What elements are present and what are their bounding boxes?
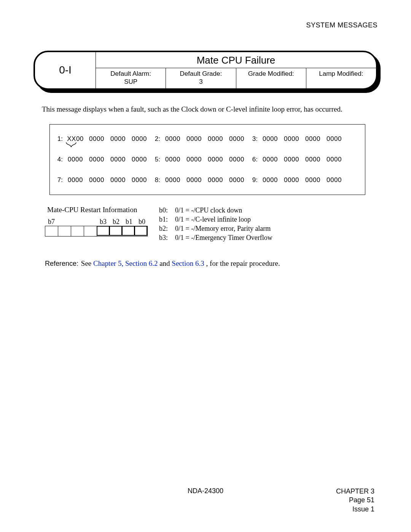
default-alarm-value: SUP [124, 78, 137, 85]
bit-box [58, 226, 71, 236]
bit-box [97, 226, 110, 236]
dump-word: 0000 [304, 135, 322, 143]
message-card: 0-I Mate CPU Failure Default Alarm: SUP … [33, 51, 378, 90]
message-title: Mate CPU Failure [96, 52, 376, 68]
legend-row: b3:0/1 = -/Emergency Timer Overflow [159, 233, 272, 242]
dump-word: 0000 [283, 176, 300, 184]
default-grade-value: 3 [199, 78, 202, 85]
default-alarm-cell: Default Alarm: SUP [96, 68, 166, 88]
legend-row: b1:0/1 = -/C-level infinite loop [159, 215, 272, 224]
message-code: 0-I [35, 52, 96, 88]
legend-key: b0: [159, 206, 170, 215]
grade-modified-cell: Grade Modified: [236, 68, 306, 88]
footer-page: Page 51 [336, 496, 374, 505]
dump-word: 0000 [304, 176, 322, 184]
dump-word: 0000 [283, 135, 300, 143]
dump-word: 0000 [283, 156, 300, 163]
reference-label: Reference: [45, 260, 78, 267]
dump-word: 0000 [88, 156, 105, 163]
dump-group-label: 3: [249, 135, 258, 143]
dump-word: 0000 [67, 176, 84, 184]
bit-box [71, 226, 84, 236]
dump-word: 0000 [325, 176, 343, 184]
bit-label: b7 [45, 218, 58, 226]
dump-word: 0000 [228, 176, 245, 184]
dump-group-label: 7: [54, 176, 63, 184]
dump-word: 0000 [131, 156, 148, 163]
dump-word: 0000 [228, 135, 245, 143]
dump-word: 0000 [207, 135, 224, 143]
bit-label: b0 [135, 218, 148, 226]
bit-label: b3 [97, 218, 110, 226]
dump-row: 1:XX000000000000002:00000000000000003:00… [54, 135, 360, 143]
grade-modified-label: Grade Modified: [248, 70, 294, 77]
legend-row: b0:0/1 = -/CPU clock down [159, 206, 272, 215]
lamp-modified-label: Lamp Modified: [319, 70, 363, 77]
bit-table: Mate-CPU Restart Information b7b3b2b1b0 [45, 206, 148, 243]
dump-word: 0000 [228, 156, 245, 163]
dump-word: 0000 [304, 156, 322, 163]
dump-word: 0000 [164, 176, 182, 184]
dump-word: 0000 [88, 135, 105, 143]
lamp-modified-cell: Lamp Modified: [306, 68, 376, 88]
footer-issue: Issue 1 [336, 505, 374, 514]
dump-word: 0000 [109, 156, 127, 163]
bit-label: b2 [110, 218, 123, 226]
reference-line: Reference: See Chapter 5, Section 6.2 an… [45, 259, 378, 268]
footer-chapter: CHAPTER 3 [336, 487, 374, 496]
dump-word: 0000 [109, 176, 127, 184]
hex-dump-box: 1:XX000000000000002:00000000000000003:00… [49, 124, 365, 195]
dump-word: 0000 [185, 135, 203, 143]
dump-group-label: 6: [249, 156, 258, 163]
dump-group-label: 9: [249, 176, 258, 184]
bit-label: b1 [123, 218, 135, 226]
dump-group-label: 1: [54, 135, 63, 143]
dump-word: 0000 [207, 156, 224, 163]
dump-word: 0000 [109, 135, 127, 143]
brace-icon [66, 142, 76, 147]
reference-link-2[interactable]: Section 6.3 [172, 259, 204, 267]
bit-box [84, 226, 97, 236]
dump-group-label: 2: [152, 135, 160, 143]
dump-word: 0000 [207, 176, 224, 184]
page-footer: NDA-24300 CHAPTER 3 Page 51 Issue 1 [0, 487, 411, 514]
bit-label [58, 218, 71, 226]
reference-link-1[interactable]: Chapter 5, Section 6.2 [93, 259, 158, 267]
legend-text: 0/1 = -/Emergency Timer Overflow [175, 233, 272, 242]
dump-word: 0000 [261, 135, 279, 143]
legend-row: b2:0/1 = -/Memory error, Parity alarm [159, 224, 272, 233]
legend-text: 0/1 = -/Memory error, Parity alarm [175, 224, 271, 233]
dump-word: 0000 [88, 176, 105, 184]
footer-doc-number: NDA-24300 [188, 487, 223, 495]
dump-group-label: 5: [152, 156, 160, 163]
bit-table-title: Mate-CPU Restart Information [47, 206, 148, 214]
dump-row: 7:00000000000000008:00000000000000009:00… [54, 176, 360, 184]
bit-box [122, 226, 135, 236]
dump-word: 0000 [164, 156, 182, 163]
dump-word: 0000 [185, 156, 203, 163]
dump-row: 4:00000000000000005:00000000000000006:00… [54, 156, 360, 163]
message-description: This message displays when a fault, such… [42, 105, 378, 113]
dump-word: 0000 [131, 135, 148, 143]
bit-label [84, 218, 97, 226]
dump-group-label: 4: [54, 156, 63, 163]
dump-word: 0000 [164, 135, 182, 143]
dump-word: XX00 [67, 135, 84, 143]
dump-word: 0000 [261, 176, 279, 184]
running-head: SYSTEM MESSAGES [33, 21, 378, 29]
legend-key: b2: [159, 224, 170, 233]
dump-word: 0000 [325, 135, 343, 143]
bit-legend: b0:0/1 = -/CPU clock downb1:0/1 = -/C-le… [159, 206, 272, 243]
legend-key: b1: [159, 215, 170, 224]
default-grade-cell: Default Grade: 3 [166, 68, 236, 88]
bit-box [109, 226, 122, 236]
reference-prefix: See [81, 259, 93, 267]
legend-text: 0/1 = -/CPU clock down [175, 206, 242, 215]
dump-word: 0000 [131, 176, 148, 184]
dump-word: 0000 [67, 156, 84, 163]
bit-box [45, 226, 58, 236]
legend-text: 0/1 = -/C-level infinite loop [175, 215, 251, 224]
dump-word: 0000 [325, 156, 343, 163]
dump-word: 0000 [185, 176, 203, 184]
bit-label [71, 218, 84, 226]
